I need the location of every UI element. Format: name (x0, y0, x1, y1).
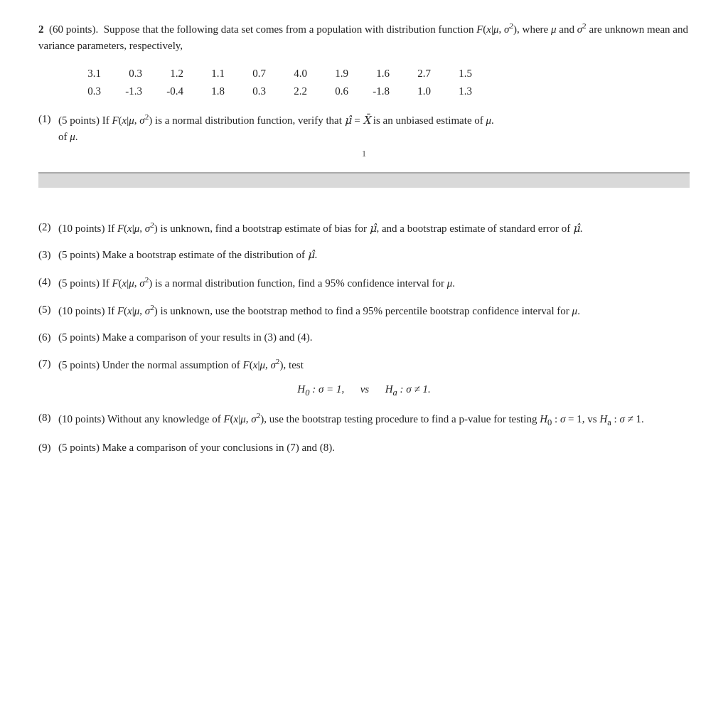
data-cell: 1.6 (348, 65, 390, 83)
data-cell: 1.1 (183, 65, 225, 83)
data-cell: 4.0 (266, 65, 307, 83)
data-cell: 1.2 (142, 65, 183, 83)
subquestion-1-body: (5 points) If F(x|μ, σ2) is a normal dis… (58, 111, 690, 129)
data-cell: 0.3 (101, 65, 142, 83)
subquestion-3-label: (3) (38, 247, 58, 263)
subquestion-7: (7) (5 points) Under the normal assumpti… (38, 356, 690, 400)
subquestion-1-continuation: of μ. (38, 129, 690, 145)
data-cell: 1.8 (183, 82, 225, 101)
page-top-section: 2 (60 points). Suppose that the followin… (0, 0, 728, 188)
data-cell: 2.7 (390, 65, 431, 83)
subquestion-2-label: (2) (38, 219, 58, 235)
subquestion-5: (5) (10 points) If F(x|μ, σ2) is unknown… (38, 302, 690, 319)
subquestion-3: (3) (5 points) Make a bootstrap estimate… (38, 247, 690, 263)
data-cell: 3.1 (60, 65, 101, 83)
data-cell: -1.3 (101, 82, 142, 101)
subquestion-4-body: (5 points) If F(x|μ, σ2) is a normal dis… (58, 274, 690, 292)
problem-number: 2 (38, 23, 44, 35)
problem-header: 2 (60 points). Suppose that the followin… (38, 20, 690, 55)
subquestion-6: (6) (5 points) Make a comparison of your… (38, 329, 690, 346)
subquestion-4: (4) (5 points) If F(x|μ, σ2) is a normal… (38, 274, 690, 292)
data-cell: 1.0 (390, 82, 431, 101)
subquestion-5-body: (10 points) If F(x|μ, σ2) is unknown, us… (58, 302, 690, 319)
data-cell: 1.5 (431, 65, 472, 83)
hypothesis-display: H0 : σ = 1, vs Ha : σ ≠ 1. (38, 381, 690, 400)
data-cell: 1.3 (431, 82, 472, 101)
subquestion-2: (2) (10 points) If F(x|μ, σ2) is unknown… (38, 219, 690, 237)
subquestion-9-label: (9) (38, 440, 58, 456)
subquestion-8: (8) (10 points) Without any knowledge of… (38, 410, 690, 430)
subquestion-7-label: (7) (38, 356, 58, 372)
subquestion-1: (1) (5 points) If F(x|μ, σ2) is a normal… (38, 111, 690, 146)
subquestion-9: (9) (5 points) Make a comparison of your… (38, 440, 690, 456)
subquestion-6-body: (5 points) Make a comparison of your res… (58, 329, 690, 346)
page-number: 1 (38, 145, 690, 159)
data-cell: 2.2 (266, 82, 307, 101)
data-cell: 0.6 (307, 82, 348, 101)
subquestion-9-body: (5 points) Make a comparison of your con… (58, 440, 690, 456)
data-table: 3.1 0.3 1.2 1.1 0.7 4.0 1.9 1.6 2.7 1.5 … (60, 65, 690, 101)
data-cell: 0.3 (225, 82, 266, 101)
subquestion-1-label: (1) (38, 111, 58, 127)
data-cell: 0.3 (60, 82, 101, 101)
subquestion-2-body: (10 points) If F(x|μ, σ2) is unknown, fi… (58, 219, 690, 237)
page-bottom-section: (2) (10 points) If F(x|μ, σ2) is unknown… (0, 188, 728, 478)
subquestion-4-label: (4) (38, 274, 58, 290)
data-cell: 0.7 (225, 65, 266, 83)
subquestion-3-body: (5 points) Make a bootstrap estimate of … (58, 247, 690, 263)
data-cell: -1.8 (348, 82, 390, 101)
data-cell: 1.9 (307, 65, 348, 83)
subquestion-6-label: (6) (38, 329, 58, 346)
subquestion-7-body: (5 points) Under the normal assumption o… (58, 356, 690, 373)
subquestion-8-label: (8) (38, 410, 58, 426)
page-divider (38, 172, 690, 188)
data-cell: -0.4 (142, 82, 183, 101)
problem-intro: (60 points). Suppose that the following … (38, 23, 688, 51)
data-row-2: 0.3 -1.3 -0.4 1.8 0.3 2.2 0.6 -1.8 1.0 1… (60, 82, 690, 101)
data-row-1: 3.1 0.3 1.2 1.1 0.7 4.0 1.9 1.6 2.7 1.5 (60, 65, 690, 83)
subquestion-8-body: (10 points) Without any knowledge of F(x… (58, 410, 690, 430)
subquestion-5-label: (5) (38, 302, 58, 318)
